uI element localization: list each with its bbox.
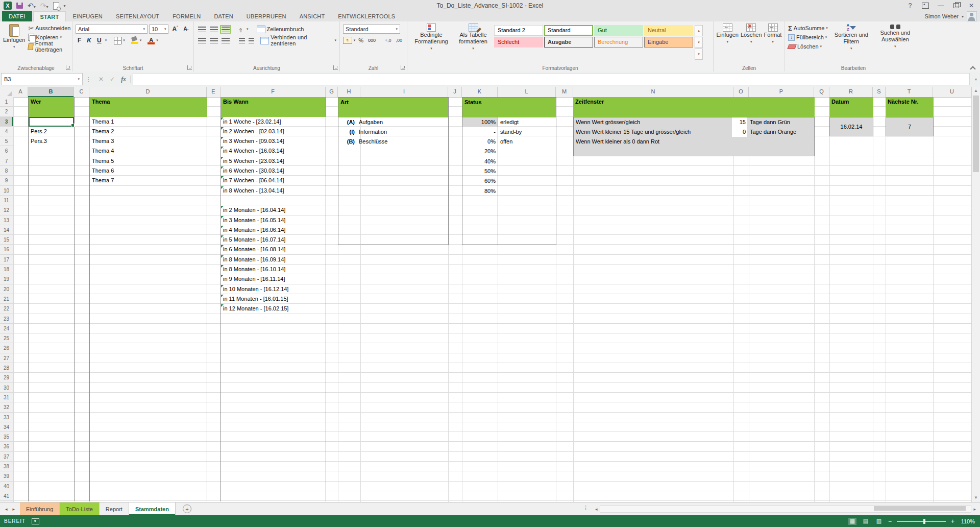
- column-header[interactable]: F: [220, 87, 326, 97]
- thema-cell[interactable]: Thema 4: [90, 146, 207, 156]
- status-percent-cell[interactable]: 100%: [462, 117, 498, 127]
- new-sheet-icon[interactable]: +: [183, 505, 191, 513]
- row-header[interactable]: 28: [0, 363, 13, 373]
- zeitfenster-rule2[interactable]: Wenn Wert kleiner 15 Tage und grösser/gl…: [574, 127, 732, 137]
- sheet-tab[interactable]: Report: [100, 502, 129, 515]
- art-code-cell[interactable]: (A): [338, 117, 359, 127]
- wrap-text-icon[interactable]: [257, 26, 265, 33]
- customize-qat-icon[interactable]: ▾: [64, 4, 66, 8]
- cell-style-chip[interactable]: Standard 2: [494, 25, 543, 36]
- zeitfenster-header-cell[interactable]: Zeitfenster: [573, 97, 815, 117]
- bis-wann-month-cell[interactable]: in 8 Monaten - [16.10.14]: [221, 265, 326, 274]
- column-header[interactable]: H: [338, 87, 360, 97]
- percent-style-button[interactable]: %: [357, 37, 365, 43]
- bis-wann-month-cell[interactable]: in 4 Monaten - [16.06.14]: [221, 225, 326, 235]
- restore-button[interactable]: [949, 1, 963, 11]
- column-header[interactable]: L: [498, 87, 556, 97]
- art-header-cell[interactable]: Art: [338, 98, 448, 117]
- redo-button[interactable]: ↷▾: [40, 3, 48, 9]
- wrap-text-button[interactable]: Zeilenumbruch: [267, 26, 304, 32]
- align-top-icon[interactable]: [198, 27, 206, 32]
- bis-wann-week-cell[interactable]: in 3 Wochen - [09.03.14]: [221, 136, 326, 146]
- row-header[interactable]: 21: [0, 294, 13, 304]
- macro-record-icon[interactable]: [32, 518, 39, 524]
- print-preview-icon[interactable]: [53, 2, 59, 10]
- minimize-button[interactable]: —: [934, 1, 947, 11]
- art-row[interactable]: (I)Information: [338, 127, 448, 137]
- row-header[interactable]: 27: [0, 353, 13, 363]
- bis-wann-month-cell[interactable]: in 11 Monaten - [16.01.15]: [221, 294, 326, 304]
- format-as-table-button[interactable]: Als Tabelle formatieren▾: [452, 23, 494, 63]
- name-box-dropdown-icon[interactable]: ▾: [78, 77, 80, 81]
- status-label-cell[interactable]: erledigt: [498, 117, 556, 127]
- bis-wann-month-cell[interactable]: in 3 Monaten - [16.05.14]: [221, 215, 326, 225]
- align-bottom-icon[interactable]: [222, 27, 230, 32]
- zeitfenster-suffix2[interactable]: Tage dann Orange: [747, 127, 796, 137]
- art-label-cell[interactable]: Aufgaben: [359, 119, 383, 125]
- datum-header-cell[interactable]: Datum: [829, 97, 873, 117]
- cell-style-chip[interactable]: Ausgabe: [544, 37, 593, 47]
- zoom-level[interactable]: 110%: [960, 518, 975, 524]
- status-percent-cell[interactable]: -: [462, 127, 498, 137]
- column-header[interactable]: C: [74, 87, 89, 97]
- expand-formula-bar-icon[interactable]: ▾: [972, 77, 980, 82]
- bis-wann-header-cell[interactable]: Bis Wann: [221, 97, 326, 117]
- column-header[interactable]: A: [13, 87, 28, 97]
- row-header[interactable]: 37: [0, 452, 13, 462]
- row-header[interactable]: 38: [0, 462, 13, 471]
- bis-wann-month-cell[interactable]: in 12 Monaten - [16.02.15]: [221, 304, 326, 314]
- zoom-out-icon[interactable]: −: [888, 519, 892, 524]
- align-middle-icon[interactable]: [210, 27, 218, 32]
- row-header[interactable]: 5: [0, 136, 13, 146]
- row-header[interactable]: 32: [0, 402, 13, 412]
- normal-view-icon[interactable]: ▦: [848, 518, 856, 525]
- thema-cell[interactable]: Thema 3: [90, 136, 207, 146]
- sheet-nav-right-icon[interactable]: ▸: [13, 507, 15, 512]
- user-name[interactable]: Simon Weber: [925, 13, 959, 19]
- page-break-view-icon[interactable]: ▥: [875, 518, 883, 525]
- zeitfenster-value2[interactable]: 0: [732, 127, 747, 137]
- row-header[interactable]: 16: [0, 245, 13, 254]
- thema-cell[interactable]: Thema 7: [90, 176, 207, 185]
- underline-dropdown-icon[interactable]: ▾: [105, 38, 107, 42]
- delete-cells-button[interactable]: ✕ Löschen▾: [741, 23, 762, 45]
- column-header[interactable]: G: [326, 87, 338, 97]
- merge-center-button[interactable]: Verbinden und zentrieren: [271, 34, 333, 46]
- insert-cells-button[interactable]: ← Einfügen▾: [717, 23, 739, 45]
- row-header[interactable]: 18: [0, 265, 13, 274]
- cell-style-chip[interactable]: Neutral: [644, 25, 693, 36]
- row-header[interactable]: 14: [0, 225, 13, 235]
- row-header[interactable]: 39: [0, 471, 13, 481]
- number-dialog-launcher-icon[interactable]: [401, 65, 405, 70]
- close-button[interactable]: ✕: [965, 1, 978, 11]
- status-percent-cell[interactable]: 60%: [462, 176, 498, 186]
- ribbon-tab[interactable]: DATEI: [2, 11, 32, 21]
- status-percent-cell[interactable]: 20%: [462, 147, 498, 156]
- bis-wann-week-cell[interactable]: in 8 Wochen - [13.04.14]: [221, 186, 326, 196]
- zoom-slider-thumb[interactable]: [923, 519, 925, 524]
- cell-style-chip[interactable]: Gut: [594, 25, 643, 36]
- status-label-cell[interactable]: offen: [498, 137, 556, 147]
- gallery-more-icon[interactable]: ▾: [695, 49, 703, 60]
- column-header[interactable]: U: [933, 87, 971, 97]
- avatar[interactable]: [967, 11, 977, 21]
- row-header[interactable]: 12: [0, 205, 13, 215]
- underline-button[interactable]: U: [95, 37, 104, 44]
- ribbon-tab[interactable]: EINFÜGEN: [66, 11, 109, 21]
- ribbon-tab[interactable]: ÜBERPRÜFEN: [240, 11, 293, 21]
- fill-color-icon[interactable]: [131, 37, 138, 44]
- column-header[interactable]: B: [28, 87, 74, 97]
- row-header[interactable]: 30: [0, 383, 13, 393]
- paste-button[interactable]: Einfügen▾: [3, 23, 25, 51]
- bis-wann-week-cell[interactable]: in 1 Woche - [23.02.14]: [221, 117, 326, 127]
- row-header[interactable]: 26: [0, 343, 13, 353]
- column-header[interactable]: E: [207, 87, 220, 97]
- column-header[interactable]: D: [89, 87, 207, 97]
- bis-wann-month-cell[interactable]: in 9 Monaten - [16.11.14]: [221, 274, 326, 284]
- decrease-decimal-icon[interactable]: ,00: [394, 38, 404, 43]
- row-header[interactable]: 36: [0, 442, 13, 451]
- row-header[interactable]: 10: [0, 186, 13, 196]
- bold-button[interactable]: F: [76, 37, 83, 44]
- horizontal-scroll-thumb[interactable]: [874, 506, 966, 511]
- row-header[interactable]: 20: [0, 284, 13, 294]
